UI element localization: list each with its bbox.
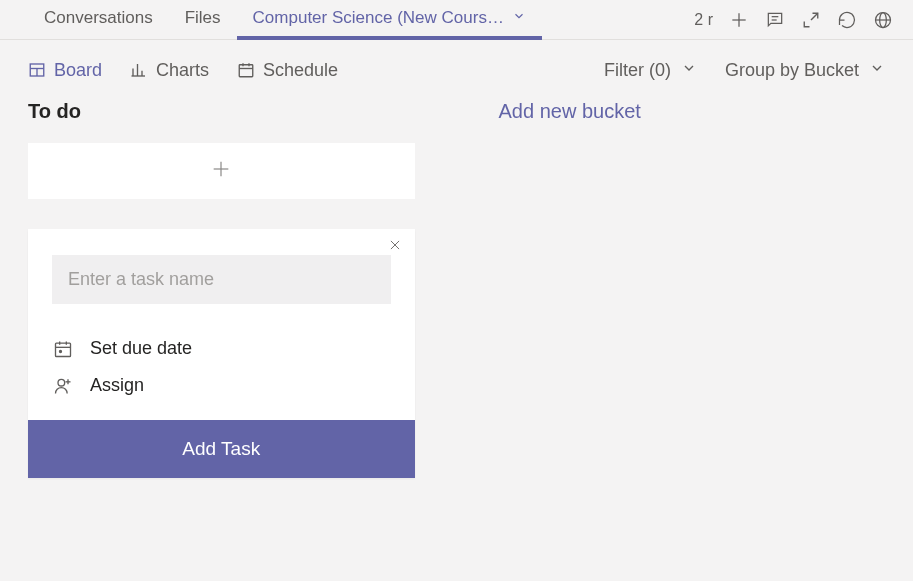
view-tab-board-label: Board xyxy=(54,60,102,81)
conversation-panel-icon[interactable] xyxy=(765,10,785,30)
chevron-down-icon xyxy=(512,8,526,28)
add-tab-button[interactable] xyxy=(729,10,749,30)
tab-planner-label: Computer Science (New Cours… xyxy=(253,8,504,28)
svg-line-4 xyxy=(811,13,818,20)
viewbar-right: Filter (0) Group by Bucket xyxy=(604,60,885,81)
view-tab-charts-label: Charts xyxy=(156,60,209,81)
topbar-right: 2 r xyxy=(694,10,893,30)
view-tab-schedule[interactable]: Schedule xyxy=(237,60,338,81)
assign-label: Assign xyxy=(90,375,144,396)
globe-icon[interactable] xyxy=(873,10,893,30)
schedule-icon xyxy=(237,61,255,79)
groupby-control[interactable]: Group by Bucket xyxy=(725,60,885,81)
chevron-down-icon xyxy=(869,60,885,81)
svg-point-27 xyxy=(60,350,62,352)
chevron-down-icon xyxy=(681,60,697,81)
calendar-icon xyxy=(52,339,74,359)
add-task-button[interactable]: Add Task xyxy=(28,420,415,478)
expand-icon[interactable] xyxy=(801,10,821,30)
filter-label: Filter (0) xyxy=(604,60,671,81)
groupby-label: Group by Bucket xyxy=(725,60,859,81)
add-task-card[interactable] xyxy=(28,143,415,199)
tab-files[interactable]: Files xyxy=(169,0,237,40)
close-form-button[interactable] xyxy=(385,237,405,257)
bucket-todo-header[interactable]: To do xyxy=(28,100,415,123)
view-tab-board[interactable]: Board xyxy=(28,60,102,81)
svg-rect-15 xyxy=(239,65,253,77)
filter-control[interactable]: Filter (0) xyxy=(604,60,697,81)
plus-icon xyxy=(210,158,232,184)
assign-row[interactable]: Assign xyxy=(52,367,391,404)
view-tab-charts[interactable]: Charts xyxy=(130,60,209,81)
reload-icon[interactable] xyxy=(837,10,857,30)
close-icon xyxy=(388,238,402,256)
tab-conversations-label: Conversations xyxy=(44,8,153,28)
add-new-bucket-button[interactable]: Add new bucket xyxy=(499,100,886,123)
svg-point-28 xyxy=(58,379,65,386)
set-due-date-label: Set due date xyxy=(90,338,192,359)
tab-planner[interactable]: Computer Science (New Cours… xyxy=(237,0,542,40)
tab-files-label: Files xyxy=(185,8,221,28)
add-bucket-column: Add new bucket xyxy=(499,100,886,143)
top-tab-bar: Conversations Files Computer Science (Ne… xyxy=(0,0,913,40)
meeting-count: 2 r xyxy=(694,11,713,29)
charts-icon xyxy=(130,61,148,79)
tab-conversations[interactable]: Conversations xyxy=(28,0,169,40)
planner-view-bar: Board Charts Schedule Filter (0) Group b… xyxy=(0,40,913,100)
planner-board: To do Set due date xyxy=(0,100,913,478)
assign-person-icon xyxy=(52,376,74,396)
set-due-date-row[interactable]: Set due date xyxy=(52,330,391,367)
task-name-input[interactable] xyxy=(52,255,391,304)
new-task-form: Set due date Assign Add Task xyxy=(28,229,415,478)
view-tab-schedule-label: Schedule xyxy=(263,60,338,81)
board-icon xyxy=(28,61,46,79)
svg-rect-23 xyxy=(56,343,71,356)
bucket-todo: To do Set due date xyxy=(28,100,415,478)
add-task-button-label: Add Task xyxy=(182,438,260,459)
